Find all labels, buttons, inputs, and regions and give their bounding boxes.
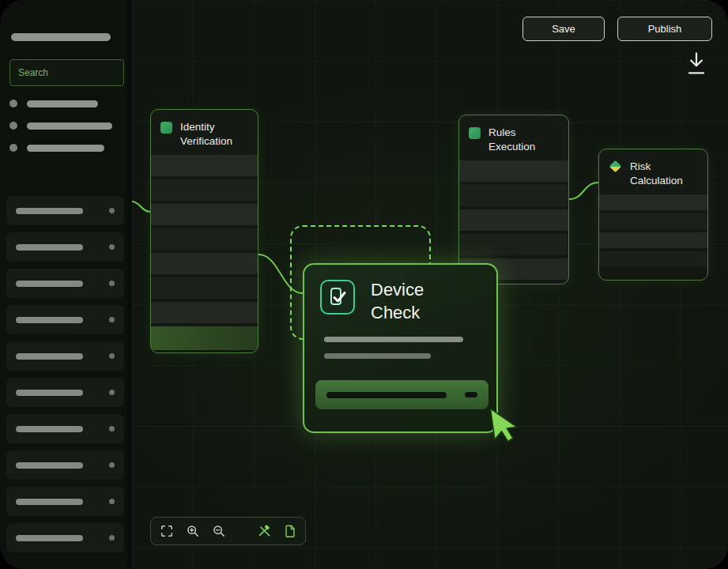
sidebar-nav-item[interactable]	[9, 100, 112, 107]
node-risk-calculation[interactable]: Risk Calculation	[598, 149, 708, 281]
bullet-icon	[9, 100, 17, 107]
node-row-placeholder	[459, 185, 568, 206]
expand-icon[interactable]	[160, 524, 174, 538]
sidebar-block-list	[6, 196, 124, 560]
node-header: Device Check	[304, 265, 496, 324]
row-label-placeholder	[326, 392, 447, 398]
download-icon[interactable]	[685, 51, 708, 77]
item-label-placeholder	[16, 317, 83, 323]
bullet-icon	[9, 144, 17, 152]
node-row-placeholder	[459, 234, 568, 255]
drag-dot-icon	[109, 244, 115, 250]
zoom-in-icon[interactable]	[186, 524, 200, 538]
sidebar-nav	[9, 100, 112, 166]
search-input[interactable]	[9, 59, 124, 86]
sidebar-list-item[interactable]	[6, 414, 124, 443]
sidebar-nav-item[interactable]	[9, 122, 112, 130]
phone-check-icon	[320, 280, 355, 315]
sidebar-list-item[interactable]	[6, 232, 124, 262]
node-row-placeholder	[599, 194, 707, 210]
sidebar	[0, 0, 132, 569]
drag-dot-icon	[109, 499, 115, 504]
flow-canvas[interactable]: Save Publish Identity Verification	[132, 0, 728, 569]
node-row-placeholder	[459, 160, 568, 182]
nav-label-placeholder	[27, 100, 98, 107]
node-row-placeholder	[151, 179, 258, 201]
sidebar-list-item[interactable]	[6, 523, 124, 552]
node-rows	[459, 160, 568, 280]
sidebar-list-item[interactable]	[6, 305, 124, 334]
item-label-placeholder	[16, 208, 83, 214]
node-row-placeholder	[459, 209, 568, 231]
node-header: Rules Execution	[459, 115, 568, 160]
item-label-placeholder	[16, 390, 83, 396]
diamond-icon	[609, 160, 622, 173]
file-icon[interactable]	[283, 524, 297, 538]
node-row-placeholder	[151, 253, 258, 274]
node-device-check[interactable]: Device Check	[303, 263, 498, 433]
node-row-placeholder	[599, 213, 707, 229]
node-title: Rules Execution	[488, 126, 559, 154]
node-row-placeholder	[151, 277, 258, 299]
nav-label-placeholder	[27, 122, 112, 130]
drag-dot-icon	[109, 390, 115, 395]
workflow-editor-window: Save Publish Identity Verification	[0, 0, 728, 569]
canvas-toolbar	[150, 517, 306, 545]
node-rules-execution[interactable]: Rules Execution	[458, 115, 569, 284]
item-label-placeholder	[16, 353, 83, 360]
item-label-placeholder	[16, 244, 83, 251]
node-row-placeholder	[151, 155, 258, 176]
node-row-placeholder	[599, 251, 707, 267]
drag-dot-icon	[109, 426, 115, 431]
sidebar-list-item[interactable]	[6, 378, 124, 407]
sidebar-list-item[interactable]	[6, 196, 124, 225]
tools-icon[interactable]	[257, 524, 271, 538]
drag-dot-icon	[109, 208, 115, 213]
node-rows	[599, 194, 707, 267]
node-identity-verification[interactable]: Identity Verification	[150, 109, 258, 353]
item-label-placeholder	[16, 535, 83, 541]
node-row-highlighted	[151, 326, 258, 350]
drag-dot-icon	[109, 281, 115, 286]
description-placeholder	[324, 337, 463, 342]
node-row-highlighted[interactable]	[315, 380, 488, 409]
row-value-placeholder	[465, 392, 477, 398]
item-label-placeholder	[16, 281, 83, 287]
save-button[interactable]: Save	[522, 17, 605, 41]
item-label-placeholder	[16, 426, 83, 432]
node-row-placeholder	[151, 204, 258, 225]
zoom-out-icon[interactable]	[212, 524, 226, 538]
node-row-placeholder	[599, 232, 707, 248]
sidebar-list-item[interactable]	[6, 269, 124, 298]
drag-dot-icon	[109, 353, 115, 359]
publish-button[interactable]: Publish	[617, 17, 712, 41]
nav-label-placeholder	[27, 145, 104, 152]
node-title: Risk Calculation	[630, 160, 698, 188]
bullet-icon	[9, 122, 17, 130]
drag-dot-icon	[109, 462, 115, 468]
sidebar-list-item[interactable]	[6, 450, 124, 480]
square-icon	[469, 127, 481, 139]
square-icon	[160, 122, 172, 134]
cursor-icon	[483, 402, 525, 448]
wire-rules-to-risk	[569, 183, 598, 199]
node-title: Identity Verification	[180, 120, 248, 149]
drag-dot-icon	[109, 317, 115, 322]
sidebar-nav-item[interactable]	[9, 144, 112, 152]
node-title: Device Check	[371, 279, 458, 324]
sidebar-list-item[interactable]	[6, 487, 124, 516]
sidebar-list-item[interactable]	[6, 341, 124, 371]
item-label-placeholder	[16, 499, 83, 505]
node-row-placeholder	[151, 302, 258, 323]
node-rows	[151, 155, 258, 350]
wire-sidebar-to-identity	[132, 202, 150, 212]
sidebar-title-placeholder	[11, 33, 111, 41]
node-header: Risk Calculation	[599, 149, 707, 194]
node-row-placeholder	[151, 228, 258, 250]
node-header: Identity Verification	[151, 110, 258, 155]
drag-dot-icon	[109, 535, 115, 541]
item-label-placeholder	[16, 462, 83, 469]
description-placeholder	[324, 353, 431, 359]
